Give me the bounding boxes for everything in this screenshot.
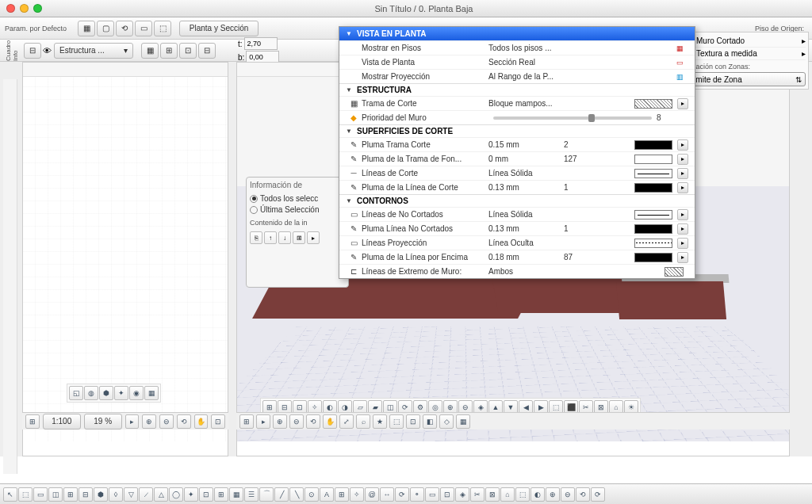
dd-pluma-trama-fondo[interactable]: ✎Pluma de la Trama de Fon...0 mm127▸: [339, 151, 695, 166]
dd-vista-planta[interactable]: Vista de PlantaSección Real▭: [339, 55, 695, 69]
bt-4[interactable]: ◫: [48, 487, 63, 502]
bt-10[interactable]: ⟋: [139, 487, 153, 502]
dd-pluma-linea-no-cortados[interactable]: ✎Pluma Línea No Cortados0.13 mm1▸: [339, 221, 695, 235]
st3-6[interactable]: ✋: [323, 414, 337, 429]
construct-2[interactable]: ⊞: [160, 43, 178, 59]
vt-3[interactable]: ⬢: [99, 386, 113, 400]
dd-pluma-linea-encima[interactable]: ✎Pluma de la Línea por Encima0.18 mm87▸: [339, 250, 695, 264]
st3-12[interactable]: ◧: [423, 414, 437, 429]
st3-5[interactable]: ⟲: [306, 414, 320, 429]
bt-30[interactable]: ⊡: [440, 487, 454, 502]
construct-3[interactable]: ⊡: [179, 43, 197, 59]
bt-19[interactable]: ╱: [274, 487, 289, 502]
radio-all-selected[interactable]: Todos los selecc: [250, 194, 345, 203]
vt-1[interactable]: ◱: [69, 386, 83, 400]
st3-2[interactable]: ▸: [256, 414, 270, 429]
bt-26[interactable]: ↔: [380, 487, 394, 502]
bt-wall[interactable]: ▭: [33, 487, 48, 502]
bt-marquee[interactable]: ⬚: [18, 487, 33, 502]
estructura-dropdown[interactable]: Estructura ... ▾: [54, 43, 133, 59]
bt-6[interactable]: ⊟: [79, 487, 93, 502]
st3-10[interactable]: ⬚: [389, 414, 404, 429]
bt-23[interactable]: ⊞: [335, 487, 349, 502]
bt-8[interactable]: ◊: [109, 487, 123, 502]
limite-zona-dropdown[interactable]: Límite de Zona⇅: [685, 72, 806, 86]
bt-40[interactable]: ⟳: [591, 487, 605, 502]
t-input[interactable]: [244, 37, 278, 50]
dd-mostrar-pisos[interactable]: Mostrar en PisosTodos los pisos ...▦: [339, 40, 695, 55]
wall-3d[interactable]: [616, 281, 726, 319]
stat-nav-6[interactable]: ⊡: [211, 414, 225, 429]
dd-lineas-corte[interactable]: ─Líneas de CorteLínea Sólida▸: [339, 166, 695, 180]
bt-33[interactable]: ⊠: [485, 487, 500, 502]
bt-11[interactable]: △: [154, 487, 168, 502]
bt-36[interactable]: ◐: [530, 487, 545, 502]
info-btn-5[interactable]: ▸: [307, 231, 320, 244]
st3-14[interactable]: ▦: [456, 414, 470, 429]
priority-slider[interactable]: [493, 116, 652, 120]
vt-4[interactable]: ✦: [114, 386, 128, 400]
bt-21[interactable]: ⊙: [304, 487, 319, 502]
dd-lineas-extremo[interactable]: ⊏Líneas de Extremo de Muro:Ambos: [339, 264, 695, 278]
minimize-window-button[interactable]: [20, 4, 29, 13]
layer-btn[interactable]: ⊟: [24, 43, 41, 59]
bt-25[interactable]: @: [365, 487, 379, 502]
dd-pluma-linea-corte[interactable]: ✎Pluma de la Línea de Corte0.13 mm1▸: [339, 180, 695, 194]
vt-6[interactable]: ▦: [144, 386, 159, 400]
dd-mostrar-proyeccion[interactable]: Mostrar ProyecciónAl Rango de la P...▥: [339, 69, 695, 83]
tool-4[interactable]: ▭: [135, 21, 152, 36]
bt-17[interactable]: ☰: [244, 487, 259, 502]
bt-5[interactable]: ⊞: [63, 487, 78, 502]
vt-5[interactable]: ◉: [129, 386, 144, 400]
bt-9[interactable]: ▽: [124, 487, 138, 502]
st3-3[interactable]: ⊕: [273, 414, 287, 429]
stat-nav-2[interactable]: ⊕: [142, 414, 156, 429]
bt-12[interactable]: ◯: [169, 487, 183, 502]
st3-9[interactable]: ★: [373, 414, 387, 429]
tool-2[interactable]: ▢: [97, 21, 114, 36]
bt-18[interactable]: ⌒: [259, 487, 274, 502]
bt-34[interactable]: ⌂: [500, 487, 515, 502]
stat-nav-1[interactable]: ▸: [125, 414, 140, 429]
bt-39[interactable]: ⟲: [576, 487, 590, 502]
bt-13[interactable]: ✦: [184, 487, 198, 502]
bt-28[interactable]: ⚬: [410, 487, 424, 502]
bt-22[interactable]: A: [320, 487, 334, 502]
zoom-button[interactable]: 19 %: [84, 414, 122, 430]
construct-4[interactable]: ⊟: [198, 43, 216, 59]
bt-arrow[interactable]: ↖: [3, 487, 17, 502]
stat-nav-5[interactable]: ✋: [194, 414, 209, 429]
dd-pluma-trama-corte[interactable]: ✎Pluma Trama Corte0.15 mm2▸: [339, 137, 695, 151]
info-btn-2[interactable]: ↑: [264, 231, 277, 244]
bt-16[interactable]: ▦: [229, 487, 243, 502]
bt-38[interactable]: ⊖: [561, 487, 575, 502]
bt-32[interactable]: ✂: [470, 487, 485, 502]
bt-7[interactable]: ⬢: [94, 487, 108, 502]
tool-5[interactable]: ⬚: [154, 21, 171, 36]
info-btn-1[interactable]: ⎘: [250, 231, 262, 244]
st3-8[interactable]: ⌕: [356, 414, 370, 429]
radio-last-selection[interactable]: Última Selección: [250, 205, 345, 214]
bt-24[interactable]: ✧: [350, 487, 364, 502]
tool-1[interactable]: ▦: [78, 21, 95, 36]
planta-seccion-button[interactable]: Planta y Sección: [179, 21, 259, 36]
st3-4[interactable]: ⊖: [289, 414, 304, 429]
bt-29[interactable]: ▭: [425, 487, 439, 502]
bt-35[interactable]: ⬚: [515, 487, 530, 502]
dd-lineas-proyeccion[interactable]: ▭Líneas ProyecciónLínea Oculta▸: [339, 235, 695, 250]
stat-btn[interactable]: ⊞: [25, 414, 40, 429]
st3-1[interactable]: ⊞: [239, 414, 254, 429]
bt-37[interactable]: ⊕: [546, 487, 560, 502]
info-btn-4[interactable]: ⊞: [293, 231, 305, 244]
stat-nav-3[interactable]: ⊖: [159, 414, 174, 429]
st3-7[interactable]: ⤢: [339, 414, 354, 429]
vt-2[interactable]: ◍: [84, 386, 98, 400]
st3-13[interactable]: ◇: [439, 414, 454, 429]
bt-20[interactable]: ╲: [289, 487, 304, 502]
dd-prioridad-muro[interactable]: ◆Prioridad del Muro8: [339, 110, 695, 124]
scale-button[interactable]: 1:100: [43, 414, 81, 430]
close-window-button[interactable]: [6, 4, 15, 13]
st3-11[interactable]: ⊡: [406, 414, 420, 429]
bt-31[interactable]: ◈: [455, 487, 469, 502]
dd-trama-corte[interactable]: ▦Trama de CorteBloque mampos...▸: [339, 96, 695, 110]
